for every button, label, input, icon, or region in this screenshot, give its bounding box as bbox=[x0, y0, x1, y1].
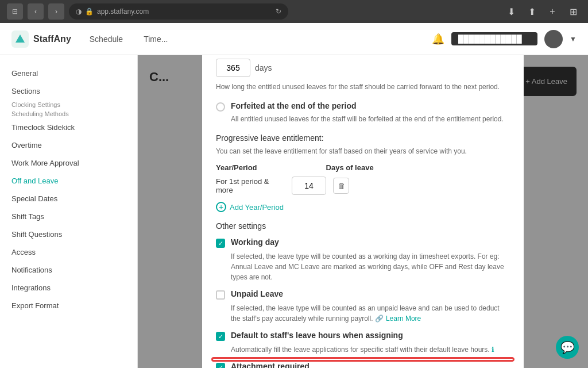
trash-icon: 🗑 bbox=[338, 182, 345, 190]
plus-circle-icon: + bbox=[216, 202, 226, 212]
chat-widget[interactable]: 💬 bbox=[556, 336, 579, 359]
attachment-required-label: Attachment required bbox=[231, 362, 310, 368]
sidebar-item-sections[interactable]: Sections bbox=[0, 82, 137, 100]
browser-chrome: ⊟ ‹ › ◑ 🔒 app.staffany.com ↻ ⬇ ⬆ + ⊞ bbox=[0, 0, 588, 23]
share-icon[interactable]: ⬆ bbox=[524, 3, 540, 20]
logo-icon bbox=[11, 30, 29, 48]
external-link-icon: 🔗 bbox=[375, 313, 384, 324]
add-tab-icon[interactable]: + bbox=[544, 3, 560, 20]
forfeited-desc: All entitled unused leaves for the staff… bbox=[231, 114, 510, 124]
sidebar-item-special-dates[interactable]: Special Dates bbox=[0, 190, 137, 208]
back-btn[interactable]: ‹ bbox=[28, 3, 44, 20]
unpaid-leave-label: Unpaid Leave bbox=[231, 289, 283, 298]
sidebar: General Sections Clocking Settings Sched… bbox=[0, 55, 138, 368]
highlight-circle bbox=[211, 357, 514, 362]
url-text: app.staffany.com bbox=[97, 7, 149, 16]
days-input-row: 365 days bbox=[216, 59, 510, 77]
add-period-label: Add Year/Period bbox=[230, 203, 284, 212]
app-header: StaffAny Schedule Time... 🔔 ████████████… bbox=[0, 23, 588, 55]
progressive-desc: You can set the leave entitlement for st… bbox=[216, 146, 510, 156]
forfeited-radio[interactable] bbox=[216, 102, 225, 112]
days-input[interactable]: 365 bbox=[216, 59, 250, 77]
other-settings-title: Other settings bbox=[216, 221, 510, 231]
table-header: Year/Period Days of leave bbox=[216, 163, 510, 172]
logo-text: StaffAny bbox=[33, 34, 71, 44]
unpaid-leave-checkbox[interactable] bbox=[216, 290, 225, 300]
sidebar-item-notifications[interactable]: Notifications bbox=[0, 261, 137, 279]
progressive-title: Progressive leave entitlement: bbox=[216, 133, 510, 143]
period-label: For 1st period & more bbox=[216, 177, 285, 194]
address-bar: ◑ 🔒 app.staffany.com ↻ bbox=[69, 3, 288, 20]
days-of-leave-header: Days of leave bbox=[326, 163, 374, 172]
working-day-label: Working day bbox=[231, 237, 279, 247]
sidebar-item-timeclock[interactable]: Timeclock Sidekick bbox=[0, 118, 137, 136]
sidebar-item-general[interactable]: General bbox=[0, 64, 137, 82]
year-period-header: Year/Period bbox=[216, 163, 257, 172]
forfeited-label: Forfeited at the end of the period bbox=[231, 101, 357, 110]
svg-marker-0 bbox=[16, 34, 25, 43]
attachment-required-option[interactable]: ✓ Attachment required bbox=[216, 362, 510, 368]
nav-items: Schedule Time... bbox=[85, 32, 173, 46]
app-container: StaffAny Schedule Time... 🔔 ████████████… bbox=[0, 23, 588, 368]
sidebar-item-access[interactable]: Access bbox=[0, 243, 137, 261]
sidebar-item-shift-questions[interactable]: Shift Questions bbox=[0, 225, 137, 243]
sidebar-item-integrations[interactable]: Integrations bbox=[0, 279, 137, 297]
nav-time[interactable]: Time... bbox=[139, 32, 172, 46]
working-day-option[interactable]: ✓ Working day bbox=[216, 237, 510, 248]
nav-schedule[interactable]: Schedule bbox=[85, 32, 127, 46]
learn-more-link[interactable]: 🔗 Learn More bbox=[375, 313, 421, 324]
unpaid-leave-desc: If selected, the leave type will be coun… bbox=[231, 303, 510, 324]
sidebar-sub-clocking: Clocking Settings bbox=[0, 100, 137, 109]
avatar[interactable] bbox=[544, 30, 563, 48]
logo: StaffAny bbox=[11, 30, 71, 48]
forward-btn[interactable]: › bbox=[48, 3, 64, 20]
sidebar-toggle-btn[interactable]: ⊟ bbox=[7, 3, 23, 20]
carry-forward-desc: How long the entitled unused leaves for … bbox=[216, 82, 510, 92]
period-row: For 1st period & more 🗑 bbox=[216, 177, 510, 195]
search-bar: ████████████ bbox=[451, 32, 537, 45]
default-hours-label: Default to staff's leave hours when assi… bbox=[231, 331, 403, 340]
bell-icon[interactable]: 🔔 bbox=[432, 33, 444, 45]
grid-icon[interactable]: ⊞ bbox=[565, 3, 581, 20]
chevron-down-icon[interactable]: ▼ bbox=[570, 35, 577, 43]
attachment-section: ✓ Attachment required If selected, staff… bbox=[216, 362, 510, 368]
download-icon[interactable]: ⬇ bbox=[503, 3, 519, 20]
chat-icon: 💬 bbox=[560, 340, 575, 354]
modal-overlay[interactable]: 365 days How long the entitled unused le… bbox=[138, 55, 588, 368]
period-input[interactable] bbox=[292, 177, 326, 195]
default-hours-desc: Automatically fill the leave application… bbox=[231, 344, 510, 355]
sidebar-item-shift-tags[interactable]: Shift Tags bbox=[0, 208, 137, 225]
refresh-icon[interactable]: ↻ bbox=[276, 7, 281, 16]
sidebar-item-overtime[interactable]: Overtime bbox=[0, 136, 137, 154]
add-period-button[interactable]: + Add Year/Period bbox=[216, 202, 284, 212]
sidebar-sub-scheduling: Scheduling Methods bbox=[0, 109, 137, 118]
lock-icon: 🔒 bbox=[85, 7, 94, 16]
modal-content: 365 days How long the entitled unused le… bbox=[202, 55, 524, 368]
modal-dialog: 365 days How long the entitled unused le… bbox=[202, 55, 524, 368]
default-hours-option[interactable]: ✓ Default to staff's leave hours when as… bbox=[216, 331, 510, 341]
sidebar-item-off-leave[interactable]: Off and Leave bbox=[0, 172, 137, 190]
sidebar-item-export-format[interactable]: Export Format bbox=[0, 297, 137, 315]
sidebar-item-work-more[interactable]: Work More Approval bbox=[0, 154, 137, 172]
attachment-required-checkbox[interactable]: ✓ bbox=[216, 363, 225, 368]
working-day-desc: If selected, the leave type will be coun… bbox=[231, 251, 510, 282]
delete-period-button[interactable]: 🗑 bbox=[333, 178, 349, 194]
working-day-checkbox[interactable]: ✓ bbox=[216, 239, 225, 248]
forfeited-option[interactable]: Forfeited at the end of the period bbox=[216, 101, 510, 112]
days-label: days bbox=[255, 63, 272, 72]
header-right: 🔔 ████████████ ▼ bbox=[432, 30, 577, 48]
info-icon: ℹ bbox=[492, 346, 494, 354]
brightness-icon: ◑ bbox=[76, 7, 82, 16]
default-hours-checkbox[interactable]: ✓ bbox=[216, 332, 225, 341]
main-content: General Sections Clocking Settings Sched… bbox=[0, 55, 588, 368]
content-area: C... as balances on Mass Update + + Add … bbox=[138, 55, 588, 368]
unpaid-leave-option[interactable]: Unpaid Leave bbox=[216, 289, 510, 300]
